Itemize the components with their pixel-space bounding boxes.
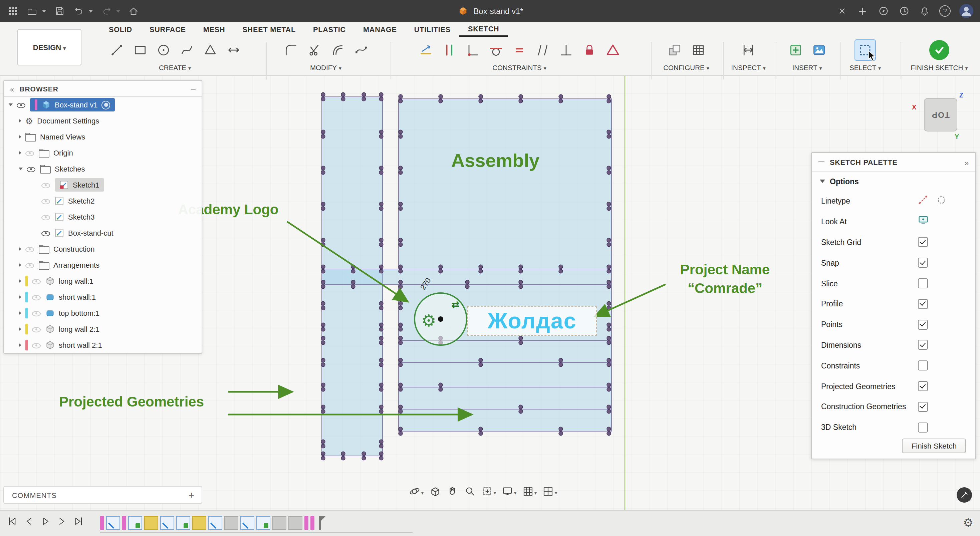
sketch-dimension-icon[interactable] [417, 41, 435, 59]
assembly-annotation[interactable]: Assembly [435, 150, 555, 172]
timeline-feature-item[interactable] [288, 515, 302, 530]
caret-icon[interactable] [19, 295, 21, 299]
tab-plastic[interactable]: PLASTIC [304, 22, 355, 36]
browser-item-origin[interactable]: Origin [4, 145, 202, 161]
visibility-eye-icon[interactable] [25, 148, 35, 157]
zoom-icon[interactable] [464, 485, 476, 497]
visibility-eye-icon[interactable] [41, 196, 51, 205]
comments-bar[interactable]: COMMENTS + [3, 486, 202, 504]
profile-checkbox[interactable] [918, 299, 928, 309]
insert-image-icon[interactable] [810, 41, 828, 59]
browser-item-document-settings[interactable]: Document Settings [4, 113, 202, 129]
browser-item-construction[interactable]: Construction [4, 241, 202, 257]
parallel-constraint-icon[interactable] [533, 41, 552, 59]
pan-hand-icon[interactable] [446, 485, 458, 497]
browser-item-named-views[interactable]: Named Views [4, 129, 202, 145]
timeline-feature-item[interactable] [106, 515, 120, 530]
browser-item-long-wall-1[interactable]: long wall:1 [4, 273, 202, 289]
view-cube[interactable]: TOP [924, 98, 957, 132]
file-menu-icon[interactable] [26, 5, 38, 17]
new-tab-icon[interactable] [856, 5, 869, 17]
close-tab-icon[interactable] [836, 5, 848, 17]
visibility-eye-icon[interactable] [32, 276, 41, 286]
look-at-icon[interactable] [429, 485, 441, 497]
insert-canvas-icon[interactable] [786, 41, 805, 59]
timeline-feature-item[interactable] [100, 515, 104, 530]
timeline-track[interactable] [100, 532, 412, 533]
visibility-eye-icon[interactable] [41, 212, 51, 222]
activate-component-radio[interactable] [102, 100, 110, 109]
browser-item-box-stand-cut[interactable]: Box-stand-cut [4, 225, 202, 241]
construction-geometries-checkbox[interactable] [918, 402, 928, 412]
polygon-tool-icon[interactable] [200, 41, 219, 59]
caret-icon[interactable] [19, 343, 21, 347]
logo-center-point[interactable] [438, 317, 443, 322]
skip-to-end-icon[interactable] [73, 516, 84, 529]
finish-sketch-check-icon[interactable] [929, 40, 949, 60]
caret-icon[interactable] [19, 151, 21, 155]
extensions-icon[interactable] [877, 5, 889, 17]
visibility-eye-icon[interactable] [32, 324, 41, 334]
timeline-feature-item[interactable] [224, 515, 238, 530]
3d-sketch-checkbox[interactable] [918, 422, 928, 432]
timeline-feature-item[interactable] [317, 515, 323, 530]
dimensions-checkbox[interactable] [918, 340, 928, 350]
skip-to-start-icon[interactable] [7, 516, 18, 529]
browser-item-sketch1[interactable]: Sketch1 [4, 177, 202, 193]
browser-item-arrangements[interactable]: Arrangements [4, 257, 202, 273]
timeline-feature-item[interactable] [304, 515, 309, 530]
timeline-feature-item[interactable] [122, 515, 126, 530]
constraints-checkbox[interactable] [918, 361, 928, 371]
assistant-button[interactable] [957, 487, 972, 503]
caret-icon[interactable] [19, 167, 23, 170]
measure-tool-icon[interactable] [739, 41, 758, 59]
caret-icon[interactable] [9, 103, 13, 106]
configure-layers-icon[interactable] [665, 41, 684, 59]
visibility-eye-icon[interactable] [27, 164, 36, 173]
add-comment-button[interactable]: + [188, 489, 202, 501]
expand-panel-icon[interactable] [965, 156, 969, 168]
app-grid-icon[interactable] [7, 5, 19, 17]
tab-mesh[interactable]: MESH [195, 22, 234, 36]
academy-logo-sketch[interactable] [414, 293, 467, 346]
tab-surface[interactable]: SURFACE [141, 22, 195, 36]
orbit-icon[interactable] [409, 485, 423, 497]
lock-constraint-icon[interactable] [580, 41, 599, 59]
project-name-annotation[interactable]: Project Name“Comrade” [658, 260, 792, 298]
timeline-feature-item[interactable] [208, 515, 222, 530]
line-tool-icon[interactable] [107, 41, 126, 59]
display-caret-icon[interactable] [513, 485, 516, 497]
visibility-eye-icon[interactable] [32, 340, 41, 350]
insert-dropdown[interactable]: INSERT [778, 64, 837, 72]
timeline-feature-item[interactable] [128, 515, 142, 530]
tab-sheet-metal[interactable]: SHEET METAL [234, 22, 304, 36]
timeline-feature-item[interactable] [176, 515, 190, 530]
offset-tool-icon[interactable] [328, 41, 347, 59]
sketch-text-zholdas[interactable]: Жолдас [488, 309, 577, 334]
snap-checkbox[interactable] [918, 258, 928, 268]
tab-sketch[interactable]: SKETCH [459, 21, 508, 37]
orbit-caret-icon[interactable] [421, 485, 423, 497]
tab-utilities[interactable]: UTILITIES [406, 22, 459, 36]
undo-caret-icon[interactable] [89, 10, 93, 12]
construction-linetype-icon[interactable] [918, 195, 928, 208]
file-menu-caret-icon[interactable] [42, 10, 46, 12]
create-dropdown[interactable]: CREATE [88, 64, 262, 72]
redo-icon[interactable] [100, 5, 112, 17]
visibility-eye-icon[interactable] [41, 228, 51, 238]
minimize-icon[interactable] [818, 161, 824, 162]
sketch-grid-checkbox[interactable] [918, 237, 928, 247]
minimize-panel-icon[interactable] [191, 83, 196, 94]
constraints-dropdown[interactable]: CONSTRAINTS [393, 64, 646, 72]
play-icon[interactable] [40, 516, 51, 529]
help-icon[interactable] [939, 5, 951, 17]
caret-icon[interactable] [19, 247, 21, 251]
dimension-tool-icon[interactable] [224, 41, 243, 59]
visibility-eye-icon[interactable] [17, 100, 26, 110]
collapse-panel-icon[interactable] [10, 83, 19, 94]
sketch-text-selection-box[interactable]: Жолдас [467, 306, 597, 336]
timeline-feature-item[interactable] [256, 515, 270, 530]
highlighted-sketch-band[interactable]: Sketch1 [55, 178, 104, 192]
home-icon[interactable] [127, 5, 140, 17]
trim-scissors-icon[interactable] [305, 41, 323, 59]
